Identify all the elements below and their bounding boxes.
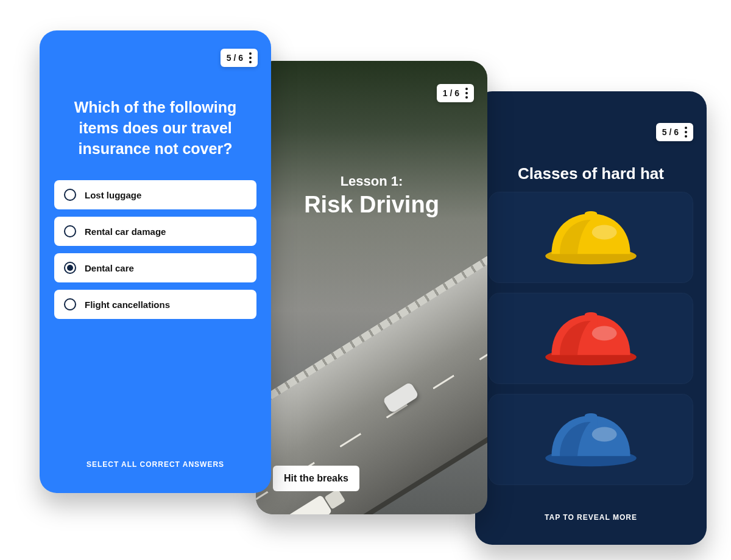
hard-hat-tile[interactable] — [489, 293, 693, 384]
quiz-option-label: Dental care — [85, 263, 134, 273]
hard-hat-icon — [539, 204, 643, 271]
quiz-option-label: Rental car damage — [85, 226, 166, 237]
hard-hat-icon — [539, 406, 643, 473]
pager-badge: 5 / 6 — [221, 49, 258, 67]
pager-badge: 5 / 6 — [656, 123, 693, 141]
pager-text: 5 / 6 — [227, 53, 243, 63]
kebab-menu-icon[interactable] — [685, 127, 687, 138]
hard-hat-tile[interactable] — [489, 192, 693, 283]
pager-text: 5 / 6 — [662, 127, 679, 137]
quiz-option-label: Lost luggage — [85, 190, 141, 200]
quiz-option[interactable]: Lost luggage — [54, 180, 256, 209]
hit-the-breaks-button[interactable]: Hit the breaks — [273, 466, 359, 491]
quiz-option[interactable]: Rental car damage — [54, 217, 256, 246]
pager-badge: 1 / 6 — [437, 84, 474, 102]
lesson-card: 1 / 6 Lesson 1: Risk Driving Hit the bre… — [256, 61, 487, 514]
pager-text: 1 / 6 — [443, 88, 459, 98]
hard-hat-tile[interactable] — [489, 394, 693, 485]
kebab-menu-icon[interactable] — [249, 52, 252, 63]
quiz-options: Lost luggageRental car damageDental care… — [54, 180, 256, 319]
quiz-option[interactable]: Dental care — [54, 253, 256, 282]
svg-point-3 — [592, 326, 617, 341]
tap-to-reveal-hint: TAP TO REVEAL MORE — [475, 513, 707, 545]
hard-hat-icon — [539, 305, 643, 372]
radio-icon — [64, 298, 76, 310]
svg-point-5 — [592, 427, 617, 442]
quiz-option-label: Flight cancellations — [85, 299, 170, 310]
hard-hat-card: 5 / 6 Classes of hard hat TAP TO REVEAL … — [475, 91, 707, 545]
kebab-menu-icon[interactable] — [465, 88, 468, 99]
hard-hat-title: Classes of hard hat — [490, 164, 692, 183]
select-all-hint: SELECT ALL CORRECT ANSWERS — [40, 460, 271, 493]
radio-icon — [64, 189, 76, 201]
hit-the-breaks-label: Hit the breaks — [284, 473, 348, 483]
hard-hat-list — [489, 192, 693, 485]
quiz-question: Which of the following items does our tr… — [58, 97, 253, 159]
quiz-card: 5 / 6 Which of the following items does … — [40, 30, 271, 493]
radio-icon — [64, 262, 76, 274]
svg-point-1 — [592, 225, 617, 240]
radio-icon — [64, 225, 76, 237]
quiz-option[interactable]: Flight cancellations — [54, 290, 256, 319]
